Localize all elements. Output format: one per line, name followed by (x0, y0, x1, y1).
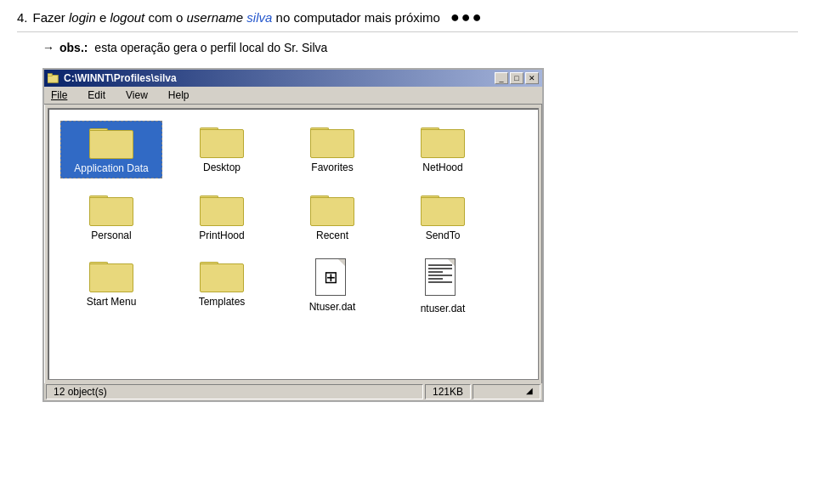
folder-label-printhood: PrintHood (199, 229, 244, 241)
ntuser-icon (425, 258, 461, 299)
folder-label-desktop: Desktop (203, 161, 241, 173)
folder-icon-personal (89, 192, 133, 226)
window-controls[interactable]: _ □ ✕ (495, 72, 539, 84)
folder-recent[interactable]: Recent (281, 189, 383, 245)
folder-start-menu[interactable]: Start Menu (60, 255, 162, 318)
resize-grip: ◢ (473, 384, 541, 399)
folder-label-nethood: NetHood (422, 161, 462, 173)
folder-icon-desktop (200, 124, 244, 158)
file-ntuser-dat-app[interactable]: ⊞ Ntuser.dat (281, 255, 383, 318)
obs-line: → obs.: esta operação gera o perfil loca… (42, 41, 798, 54)
folder-label-favorites: Favorites (311, 161, 353, 173)
folder-label-sendto: SendTo (426, 229, 461, 241)
folder-label-personal: Personal (91, 229, 131, 241)
folder-label-templates: Templates (199, 296, 246, 308)
app-icon: ⊞ (324, 267, 338, 287)
dat-icon-app: ⊞ (315, 258, 349, 297)
obs-content: esta operação gera o perfil local do Sr.… (94, 41, 327, 54)
folder-icon-nethood (421, 124, 465, 158)
status-objects: 12 object(s) (46, 384, 423, 399)
menu-file[interactable]: File (48, 88, 71, 102)
folder-icon-favorites (310, 124, 354, 158)
folder-desktop[interactable]: Desktop (171, 121, 273, 178)
folder-label-start-menu: Start Menu (87, 296, 137, 308)
minimize-button[interactable]: _ (495, 72, 508, 84)
folder-favorites[interactable]: Favorites (281, 121, 383, 178)
menu-help[interactable]: Help (165, 88, 193, 102)
window-title: C:\WINNT\Profiles\silva (64, 72, 177, 84)
maximize-button[interactable]: □ (510, 72, 524, 84)
arrow-icon: → (42, 41, 54, 54)
title-bar: C:\WINNT\Profiles\silva _ □ ✕ (44, 70, 542, 87)
status-size: 121KB (425, 384, 471, 399)
menu-edit[interactable]: Edit (84, 88, 109, 102)
step-number: 4. (17, 10, 28, 25)
folder-icon-printhood (200, 192, 244, 226)
folder-application-data[interactable]: Application Data (60, 121, 162, 178)
obs-label: obs.: (59, 41, 88, 54)
titlebar-folder-icon (48, 72, 59, 84)
content-area: Application Data Desktop Favorites (48, 108, 539, 380)
username-highlight: silva (246, 10, 272, 25)
folder-printhood[interactable]: PrintHood (171, 189, 273, 245)
title-left: C:\WINNT\Profiles\silva (48, 72, 177, 84)
folder-icon-sendto (421, 192, 465, 226)
folder-icon-application-data (89, 125, 133, 159)
menu-bar: File Edit View Help (44, 87, 542, 105)
folder-sendto[interactable]: SendTo (392, 189, 494, 245)
folder-icon-start-menu (89, 258, 133, 292)
folder-templates[interactable]: Templates (171, 255, 273, 318)
folder-icon-templates (200, 258, 244, 292)
folder-personal[interactable]: Personal (60, 189, 162, 245)
file-label-ntuser-dat-app: Ntuser.dat (309, 301, 356, 313)
folder-label-application-data: Application Data (74, 162, 148, 174)
explorer-window: C:\WINNT\Profiles\silva _ □ ✕ File Edit … (42, 68, 544, 402)
step-header: 4. Fazer login e logout com o username s… (17, 8, 798, 26)
svg-rect-1 (48, 74, 52, 76)
divider (17, 31, 798, 32)
file-ntuser-dat-text[interactable]: ntuser.dat (392, 255, 494, 318)
obs-text: obs.: esta operação gera o perfil local … (59, 41, 327, 54)
folder-nethood[interactable]: NetHood (392, 121, 494, 178)
close-button[interactable]: ✕ (525, 72, 539, 84)
folder-grid: Application Data Desktop Favorites (57, 117, 529, 321)
folder-icon-recent (310, 192, 354, 226)
dots: ●●● (450, 8, 484, 26)
status-bar: 12 object(s) 121KB ◢ (44, 383, 542, 400)
file-label-ntuser-dat-text: ntuser.dat (421, 303, 466, 314)
step-title: Fazer login e logout com o username silv… (33, 10, 440, 25)
folder-label-recent: Recent (316, 229, 348, 241)
menu-view[interactable]: View (122, 88, 151, 102)
